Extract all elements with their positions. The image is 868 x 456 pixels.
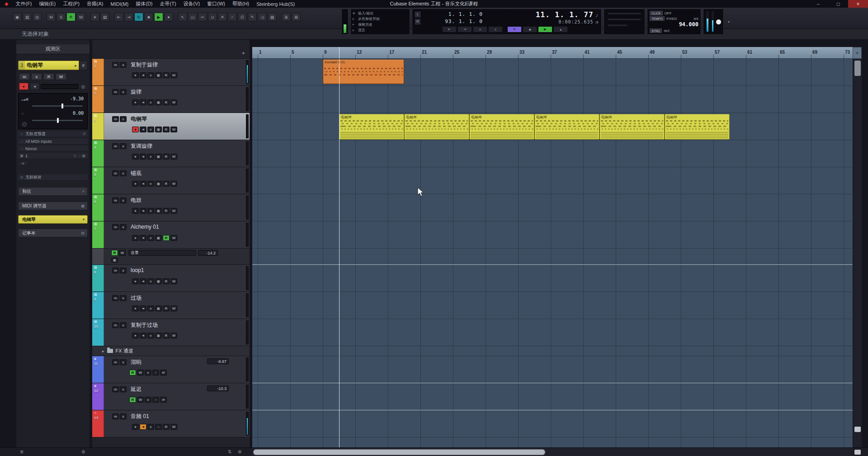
monitor-button[interactable]: ◄ (140, 235, 146, 241)
mute-button[interactable]: m (112, 386, 119, 392)
ruler-options-button[interactable]: ▾ (853, 47, 862, 59)
mute-button[interactable]: m (112, 414, 119, 419)
record-arm-button[interactable]: ● (132, 127, 139, 132)
read-automation-button[interactable]: R (163, 154, 170, 160)
right-locator-value[interactable]: 93. 1. 1. 0 (423, 19, 483, 24)
write-automation-button[interactable]: W (170, 72, 177, 78)
volume-fader-thumb[interactable] (61, 103, 63, 108)
mute-button[interactable]: m (112, 170, 119, 176)
mute-button[interactable]: m (112, 268, 119, 273)
mute-button[interactable]: m (112, 224, 119, 230)
monitor-button[interactable]: ◄ (140, 154, 146, 160)
record-arm-button[interactable]: ● (19, 83, 28, 90)
freeze-button[interactable]: ▣ (155, 127, 162, 132)
menu-item-2[interactable]: 工程(P) (59, 0, 83, 8)
mute-button[interactable]: m (112, 295, 119, 301)
automation-lane-row[interactable]: RW音量-14.2▣ (92, 249, 250, 265)
edit-channel-button[interactable]: e (147, 127, 154, 132)
track-row-8[interactable]: ▤8msloop1●◄e▣RW (92, 265, 250, 292)
tempo-value[interactable]: 94.000 (650, 21, 698, 28)
menu-item-6[interactable]: 走带(T) (156, 0, 180, 8)
transport-option-1[interactable]: ▸从光标处开始 (353, 16, 408, 22)
write-automation-button[interactable]: W (170, 127, 177, 132)
split-tool-button[interactable]: ✂ (198, 13, 207, 21)
edit-channel-button[interactable]: e (147, 181, 154, 187)
record-arm-button[interactable]: ● (132, 99, 139, 105)
track-row-12[interactable]: ◈12ms延迟-10.3RWe○⇄ (92, 383, 250, 410)
midi-clip-piano-0[interactable]: 电钢琴 (339, 114, 404, 140)
midi-clip-piano-2[interactable]: 电钢琴 (469, 114, 534, 140)
goto-next-marker-button[interactable]: ⇥ (458, 26, 472, 33)
selection-tool-button[interactable]: ↖ (178, 13, 187, 21)
sync-label[interactable]: SYNC (650, 28, 662, 33)
timeline-ruler[interactable]: 15913172125293337414549535761656973 (252, 47, 853, 59)
cycle-button[interactable]: ↻ (134, 13, 143, 21)
pan-value[interactable]: 0.00 (73, 111, 84, 116)
solo-button[interactable]: s (120, 224, 127, 230)
rewind-button[interactable]: « (473, 26, 487, 33)
midi-clip-piano-5[interactable]: 电钢琴 (665, 114, 730, 140)
r-strip-button[interactable]: R (43, 73, 54, 80)
secondary-time-display[interactable]: 0:00:25.635◔ (491, 19, 599, 24)
transport-chevron-icon[interactable]: ▾ (726, 9, 732, 35)
horizontal-scrollbar-thumb[interactable] (253, 449, 545, 455)
color-tool-button[interactable]: ▨ (268, 13, 277, 21)
read-automation-button[interactable]: R (163, 72, 170, 78)
close-button[interactable]: ✕ (848, 0, 868, 8)
solo-button[interactable]: s (120, 89, 127, 95)
read-automation-button[interactable]: R (129, 397, 136, 403)
track-row-11[interactable]: ◈11ms混响-9.87RWe○⇄ (92, 356, 250, 383)
left-locator-value[interactable]: 1. 1. 1. 0 (423, 11, 483, 17)
write-automation-button[interactable]: W (170, 208, 177, 214)
glue-tool-button[interactable]: ∪ (208, 13, 217, 21)
freeze-button[interactable]: ▣ (155, 181, 162, 187)
grid-type-button[interactable]: ⊞ (292, 13, 301, 21)
insert-bypass-button[interactable]: ○ (155, 424, 162, 430)
volume-value[interactable]: -9.30 (70, 96, 84, 101)
menu-item-7[interactable]: 设备(V) (180, 0, 204, 8)
track-preset-row[interactable]: ○ 无轨道预置 ↺ (18, 131, 88, 137)
mute-all-button[interactable]: M (47, 13, 56, 21)
record-arm-button[interactable]: ● (132, 181, 139, 187)
mute-button[interactable]: m (112, 89, 119, 95)
record-arm-button[interactable]: ● (132, 424, 139, 430)
freeze-button[interactable]: ▣ (155, 99, 162, 105)
read-all-button[interactable]: R (66, 13, 75, 21)
midi-clip-piano-4[interactable]: 电钢琴 (599, 114, 665, 140)
track-row-7[interactable]: ▤7msAlchemy 01●◄e▣RW (92, 221, 250, 249)
s-strip-button[interactable]: s (31, 73, 42, 80)
record-button[interactable]: ● (553, 26, 568, 33)
vertical-scrollbar[interactable] (853, 59, 862, 447)
auto-scroll-button[interactable]: ∗ (90, 13, 99, 21)
menu-item-9[interactable]: 帮助(H) (229, 0, 253, 8)
midi-clip-kontakt[interactable]: Kontakt 5 01 (323, 59, 404, 84)
record-arm-button[interactable]: ● (132, 306, 139, 311)
write-automation-button[interactable]: W (170, 235, 177, 241)
inspector-config-icon[interactable]: ≣ (20, 449, 24, 454)
menu-item-8[interactable]: 窗口(W) (203, 0, 229, 8)
edit-channel-button[interactable]: e (145, 397, 151, 403)
click-label[interactable]: CLICK (650, 11, 663, 15)
freeze-button[interactable]: ▣ (155, 235, 162, 241)
freeze-button[interactable]: ▣ (155, 306, 162, 311)
snap-toggle-button[interactable]: ≣ (282, 13, 291, 21)
chords-section[interactable]: 和弦≡ (18, 187, 88, 196)
activate-project-button[interactable]: ◉ (13, 13, 22, 21)
monitor-button[interactable]: ◄ (140, 99, 146, 105)
horizontal-zoom-thumb[interactable] (854, 450, 861, 455)
record-arm-button[interactable]: ● (132, 278, 139, 284)
read-automation-button[interactable]: R (163, 99, 170, 105)
write-automation-button[interactable]: W (170, 333, 177, 338)
freeze-icon[interactable]: ◎ (80, 84, 87, 89)
solo-button[interactable]: s (120, 170, 127, 176)
output-routing-row[interactable]: → Nexus (18, 146, 88, 152)
solo-button[interactable]: s (120, 414, 127, 419)
write-automation-button[interactable]: W (170, 181, 177, 187)
transport-option-0[interactable]: ◈输入/输出 (353, 10, 408, 16)
record-arm-button[interactable]: ● (132, 154, 139, 160)
midi-clip-piano-1[interactable]: 电钢琴 (404, 114, 469, 140)
m-strip-button[interactable]: m (19, 73, 30, 80)
inspector-gear-icon[interactable]: ⊛ (81, 449, 85, 454)
solo-button[interactable]: s (120, 268, 127, 273)
monitor-button[interactable]: ◄ (140, 306, 146, 311)
